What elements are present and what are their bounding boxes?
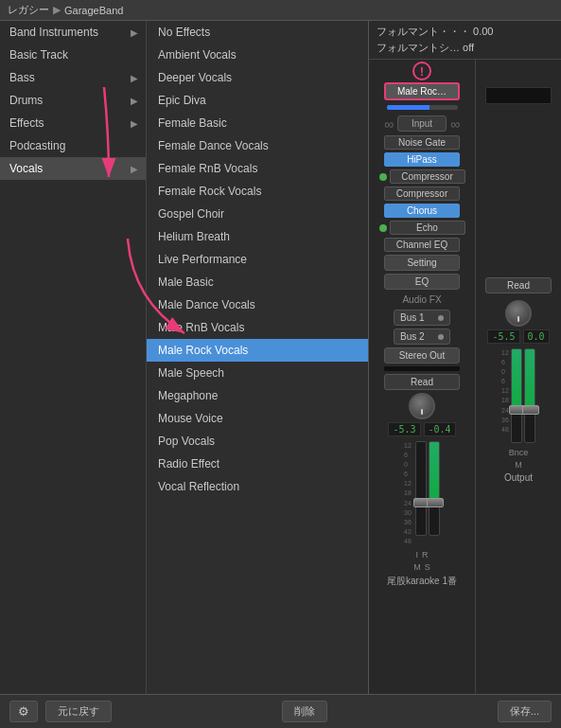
preset-male-speech[interactable]: Male Speech xyxy=(147,362,368,384)
sidebar-item-bass[interactable]: Bass ▶ xyxy=(0,66,146,89)
bus2-label: Bus 2 xyxy=(400,331,425,342)
delete-button[interactable]: 削除 xyxy=(282,701,327,722)
breadcrumb-item-garageband[interactable]: GarageBand xyxy=(64,5,123,16)
volume-knob[interactable] xyxy=(409,393,435,419)
output-level-3: -5.5 xyxy=(487,329,519,344)
preset-no-effects[interactable]: No Effects xyxy=(147,21,368,44)
sidebar-arrow: ▶ xyxy=(131,73,138,83)
fx-noise-gate[interactable]: Noise Gate xyxy=(384,135,460,150)
plugin-name-wrapper: ! Male Roc… xyxy=(384,82,460,100)
main-area: Band Instruments ▶ Basic Track Bass ▶ Dr… xyxy=(0,21,561,694)
preset-ambient-vocals[interactable]: Ambient Vocals xyxy=(147,44,368,66)
preset-pop-vocals[interactable]: Pop Vocals xyxy=(147,430,368,453)
preset-male-dance-vocals[interactable]: Male Dance Vocals xyxy=(147,293,368,316)
setting-button[interactable]: Setting xyxy=(384,255,460,271)
sidebar-item-effects[interactable]: Effects ▶ xyxy=(0,112,146,134)
sidebar: Band Instruments ▶ Basic Track Bass ▶ Dr… xyxy=(0,21,147,694)
bus1-label: Bus 1 xyxy=(400,312,425,323)
main-channel-strip: ! Male Roc… ∞ Input ∞ Noise Gate HiPass … xyxy=(369,60,476,694)
preset-megaphone[interactable]: Megaphone xyxy=(147,384,368,407)
output-knob[interactable] xyxy=(505,300,532,327)
bus1-button[interactable]: Bus 1 xyxy=(394,310,450,326)
fx-hipass[interactable]: HiPass xyxy=(384,152,460,167)
formant-row: フォルマント・・・ 0.00 xyxy=(377,25,553,39)
back-button[interactable]: 元に戻す xyxy=(45,701,112,722)
preset-female-rnb-vocals[interactable]: Female RnB Vocals xyxy=(147,157,368,180)
preset-vocal-reflection[interactable]: Vocal Reflection xyxy=(147,475,368,498)
toolbar-left: ⚙ 元に戻す xyxy=(9,701,112,722)
preset-female-rock-vocals[interactable]: Female Rock Vocals xyxy=(147,180,368,203)
formants-row: フォルマントシ… off xyxy=(377,41,553,55)
right-top-info: フォルマント・・・ 0.00 フォルマントシ… off xyxy=(369,21,561,60)
preset-female-dance-vocals[interactable]: Female Dance Vocals xyxy=(147,134,368,157)
preset-deeper-vocals[interactable]: Deeper Vocals xyxy=(147,66,368,89)
sidebar-item-band-instruments[interactable]: Band Instruments ▶ xyxy=(0,21,146,44)
sidebar-label: Effects xyxy=(9,116,44,130)
breadcrumb-sep-1: ▶ xyxy=(53,4,61,16)
fader-bar[interactable] xyxy=(387,105,458,110)
link-icon-right: ∞ xyxy=(450,116,460,132)
formant-value: 0.00 xyxy=(473,26,493,37)
preset-female-basic[interactable]: Female Basic xyxy=(147,112,368,134)
output-channel-strip: Read -5.5 0.0 12 6 0 6 12 18 xyxy=(476,60,561,694)
preset-menu: No Effects Ambient Vocals Deeper Vocals … xyxy=(147,21,368,694)
black-bar xyxy=(384,366,460,371)
output-level-4: 0.0 xyxy=(523,329,550,344)
save-button[interactable]: 保存... xyxy=(498,701,552,722)
channel-strip-container: ! Male Roc… ∞ Input ∞ Noise Gate HiPass … xyxy=(369,60,561,694)
preset-radio-effect[interactable]: Radio Effect xyxy=(147,453,368,475)
eq-button[interactable]: EQ xyxy=(384,274,460,290)
preset-live-performance[interactable]: Live Performance xyxy=(147,248,368,271)
right-panel: フォルマント・・・ 0.00 フォルマントシ… off ! Male Roc… xyxy=(369,21,561,694)
input-button[interactable]: Input xyxy=(397,115,447,132)
fx-echo[interactable]: Echo xyxy=(390,221,465,235)
sidebar-item-basic-track[interactable]: Basic Track xyxy=(0,44,146,66)
output-read-button[interactable]: Read xyxy=(485,277,552,293)
formant-label: フォルマント・・・ xyxy=(377,26,470,37)
bnce-label: Bnce xyxy=(509,448,529,457)
bottom-toolbar: ⚙ 元に戻す 削除 保存... xyxy=(0,694,561,728)
fader-level-r xyxy=(430,442,439,498)
fader-tracks xyxy=(415,441,440,536)
level-display: -5.3 -0.4 xyxy=(384,422,460,436)
gear-button[interactable]: ⚙ xyxy=(9,701,38,722)
output-fader-handle-r[interactable] xyxy=(522,405,539,415)
preset-epic-diva[interactable]: Epic Diva xyxy=(147,89,368,112)
fx-channel-eq[interactable]: Channel EQ xyxy=(384,238,460,252)
preset-helium-breath[interactable]: Helium Breath xyxy=(147,225,368,248)
preset-male-basic[interactable]: Male Basic xyxy=(147,271,368,293)
output-fader-level-l xyxy=(512,349,521,407)
fader-level-l xyxy=(416,442,426,498)
sidebar-item-vocals[interactable]: Vocals ▶ xyxy=(0,157,146,180)
sidebar-arrow: ▶ xyxy=(131,96,138,106)
bus2-button[interactable]: Bus 2 xyxy=(394,328,450,345)
stereo-out-button[interactable]: Stereo Out xyxy=(384,347,460,364)
plugin-name-button[interactable]: Male Roc… xyxy=(384,82,460,100)
green-dot-compressor xyxy=(379,173,387,181)
preset-male-rock-vocals[interactable]: Male Rock Vocals xyxy=(147,339,368,362)
preset-male-rnb-vocals[interactable]: Male RnB Vocals xyxy=(147,316,368,339)
output-fader-r[interactable] xyxy=(524,348,535,443)
fx-compressor-1[interactable]: Compressor xyxy=(390,169,465,184)
output-fader-l[interactable] xyxy=(511,348,522,443)
formants-label: フォルマントシ… xyxy=(377,42,460,53)
fx-compressor-row1: Compressor xyxy=(373,169,471,184)
fader-track-r[interactable] xyxy=(429,441,440,536)
breadcrumb-item-legacy[interactable]: レガシー xyxy=(8,3,49,17)
knob-container xyxy=(409,393,435,419)
output-fader-level-r xyxy=(525,349,535,407)
sidebar-arrow: ▶ xyxy=(131,27,138,38)
fx-chorus[interactable]: Chorus xyxy=(384,204,460,218)
sidebar-item-podcasting[interactable]: Podcasting xyxy=(0,134,146,157)
read-button[interactable]: Read xyxy=(384,374,460,390)
sidebar-label: Band Instruments xyxy=(9,26,98,39)
fx-compressor-2[interactable]: Compressor xyxy=(384,186,460,201)
fader-handle-r[interactable] xyxy=(427,498,444,507)
preset-mouse-voice[interactable]: Mouse Voice xyxy=(147,407,368,430)
sidebar-label: Vocals xyxy=(9,162,43,175)
fader-track-l[interactable] xyxy=(415,441,427,536)
preset-gospel-choir[interactable]: Gospel Choir xyxy=(147,203,368,225)
sidebar-item-drums[interactable]: Drums ▶ xyxy=(0,89,146,112)
alert-circle: ! xyxy=(412,62,431,80)
sidebar-label: Basic Track xyxy=(9,48,68,62)
